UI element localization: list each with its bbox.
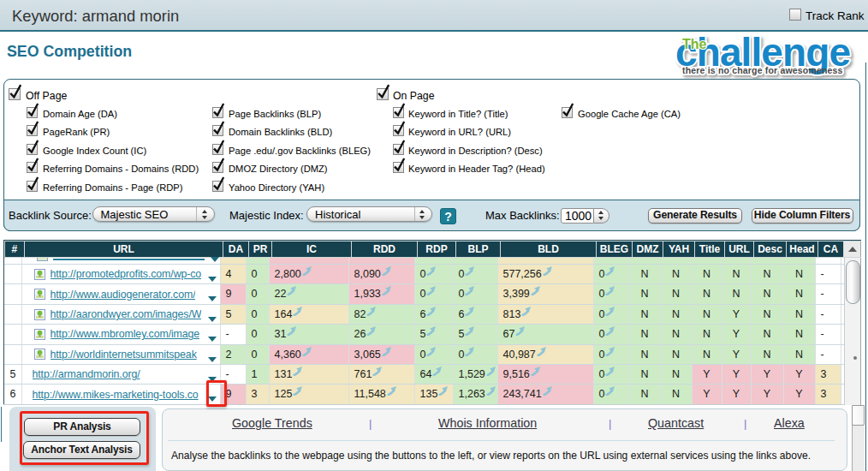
svg-text:The: The	[682, 37, 707, 51]
svg-text:there is no charge for awesome: there is no charge for awesomeness	[682, 65, 843, 75]
